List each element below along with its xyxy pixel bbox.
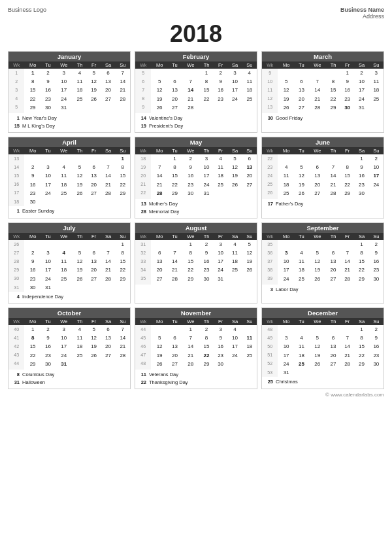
website: © www.calendarlabs.com — [8, 392, 384, 398]
holidays-may: 13Mother's Day28Memorial Day — [135, 199, 257, 218]
holidays-november: 11Veterans Day22Thanksgiving Day — [135, 370, 257, 389]
month-december: DecemberWkMoTuWeThFrSaSu4812493456789501… — [261, 307, 384, 389]
month-title-may: May — [135, 137, 257, 147]
cal-table-january: WkMoTuWeThFrSaSu112345672891011121314315… — [8, 61, 130, 113]
page: Business Logo Business Name Address 2018… — [0, 0, 392, 403]
holidays-march: 30Good Friday — [262, 113, 384, 124]
business-info: Business Name Address — [340, 7, 384, 20]
business-address: Address — [340, 13, 384, 20]
cal-table-september: WkMoTuWeThFrSaSu351236345678937101112131… — [262, 233, 384, 285]
cal-table-july: WkMoTuWeThFrSaSu261272345678289101112131… — [8, 233, 130, 292]
holidays-july: 4Independence Day — [8, 292, 130, 303]
cal-table-november: WkMoTuWeThFrSaSu441234455678910114612131… — [135, 318, 257, 370]
month-may: MayWkMoTuWeThFrSaSu181234561978910111213… — [135, 137, 257, 218]
month-september: SeptemberWkMoTuWeThFrSaSu351236345678937… — [261, 222, 384, 304]
cal-table-october: WkMoTuWeThFrSaSu401234567418910111213144… — [8, 318, 130, 370]
month-title-november: November — [135, 308, 257, 318]
cal-table-march: WkMoTuWeThFrSaSu912310567891011111213141… — [262, 61, 384, 113]
year-title: 2018 — [8, 22, 384, 46]
cal-table-april: WkMoTuWeThFrSaSu131142345678159101112131… — [8, 147, 130, 206]
month-january: JanuaryWkMoTuWeThFrSaSu11234567289101112… — [8, 51, 131, 133]
month-title-march: March — [262, 52, 384, 61]
month-july: JulyWkMoTuWeThFrSaSu26127234567828910111… — [8, 222, 131, 304]
cal-table-august: WkMoTuWeThFrSaSu311234532678910111233131… — [135, 233, 257, 285]
holidays-january: 1New Year's Day15M L King's Day — [8, 113, 130, 132]
month-march: MarchWkMoTuWeThFrSaSu9123105678910111112… — [261, 51, 384, 133]
month-title-august: August — [135, 223, 257, 233]
month-title-february: February — [135, 52, 257, 61]
business-logo: Business Logo — [8, 7, 46, 13]
cal-table-may: WkMoTuWeThFrSaSu181234561978910111213201… — [135, 147, 257, 199]
holidays-april: 1Easter Sunday — [8, 206, 130, 217]
cal-table-december: WkMoTuWeThFrSaSu481249345678950101112131… — [262, 318, 384, 377]
month-title-april: April — [8, 137, 130, 147]
month-november: NovemberWkMoTuWeThFrSaSu4412344556789101… — [135, 307, 257, 389]
calendar-grid: JanuaryWkMoTuWeThFrSaSu11234567289101112… — [8, 51, 384, 389]
holidays-december: 25Christmas — [262, 377, 384, 388]
month-february: FebruaryWkMoTuWeThFrSaSu5123465678910117… — [135, 51, 257, 133]
holidays-february: 14Valentine's Day19President's Day — [135, 113, 257, 132]
month-october: OctoberWkMoTuWeThFrSaSu40123456741891011… — [8, 307, 131, 389]
month-title-december: December — [262, 308, 384, 318]
month-title-june: June — [262, 137, 384, 147]
month-april: AprilWkMoTuWeThFrSaSu1311423456781591011… — [8, 137, 131, 218]
month-title-september: September — [262, 223, 384, 233]
month-june: JuneWkMoTuWeThFrSaSu22122345678910241112… — [261, 137, 384, 218]
cal-table-february: WkMoTuWeThFrSaSu512346567891011712131415… — [135, 61, 257, 113]
holidays-september: 3Labor Day — [262, 285, 384, 296]
top-header: Business Logo Business Name Address — [8, 7, 384, 20]
holidays-june: 17Father's Day — [262, 199, 384, 210]
business-name: Business Name — [340, 7, 384, 13]
month-title-july: July — [8, 223, 130, 233]
cal-table-june: WkMoTuWeThFrSaSu221223456789102411121314… — [262, 147, 384, 199]
holidays-october: 8Columbus Day31Halloween — [8, 370, 130, 389]
month-title-october: October — [8, 308, 130, 318]
month-august: AugustWkMoTuWeThFrSaSu311234532678910111… — [135, 222, 257, 304]
month-title-january: January — [8, 52, 130, 61]
